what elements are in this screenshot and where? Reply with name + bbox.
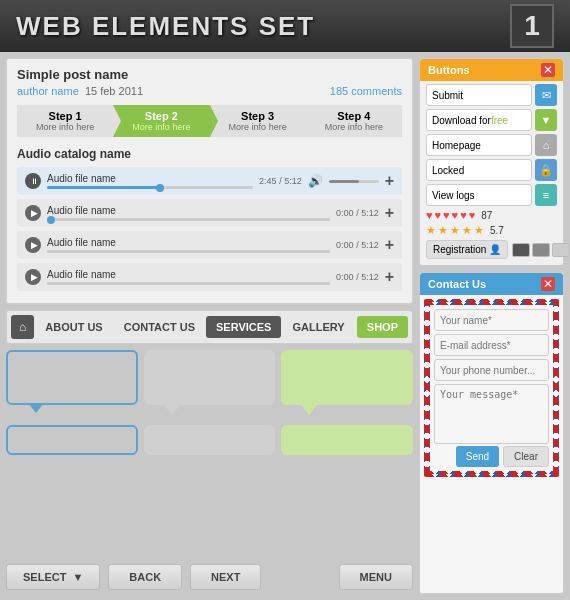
post-author: author name 15 feb 2011 [17,85,143,97]
next-button[interactable]: NEXT [190,564,261,590]
buttons-section-close[interactable]: ✕ [541,63,555,77]
contact-email-input[interactable] [434,334,549,356]
nav-home-button[interactable]: ⌂ [11,315,34,339]
play-button-4[interactable]: ▶ [25,269,41,285]
bubbles-area [6,350,413,554]
download-input[interactable]: Download for free [426,109,532,131]
bubble-col-3 [281,350,413,554]
home-icon[interactable]: ⌂ [535,134,557,156]
nav-shop[interactable]: SHOP [357,316,408,338]
registration-row: Registration 👤 [426,240,557,259]
nav-bar: ⌂ ABOUT US CONTACT US SERVICES GALLERY S… [6,310,413,344]
nav-gallery[interactable]: GALLERY [282,316,354,338]
toggle-dark[interactable] [512,243,530,257]
registration-button[interactable]: Registration 👤 [426,240,508,259]
locked-row: Locked 🔒 [426,159,557,181]
bubble-col-1 [6,350,138,554]
audio-catalog-title: Audio catalog name [17,147,402,161]
airmail-border: Send Clear [424,299,559,477]
nav-about-us[interactable]: ABOUT US [35,316,112,338]
bubble-blue-1 [6,350,138,405]
bottom-buttons-row: SELECT ▼ BACK NEXT MENU [6,560,413,594]
add-button-1[interactable]: + [385,172,394,190]
page-header: WEB ELEMENTS SET 1 [0,0,570,52]
volume-slider[interactable] [329,180,379,183]
contact-form-inner: Send Clear [430,305,553,471]
right-panel: Buttons ✕ Submit ✉ Download for free ▼ H… [419,58,564,594]
nav-services[interactable]: SERVICES [206,316,281,338]
bubble-blue-2 [6,425,138,455]
homepage-input[interactable]: Homepage [426,134,532,156]
viewlogs-input[interactable]: View logs [426,184,532,206]
send-button[interactable]: Send [456,446,499,467]
header-number: 1 [510,4,554,48]
contact-section-wrapper: Contact Us ✕ Send Clear [419,272,564,594]
bubble-col-2 [144,350,276,554]
audio-player-2: ▶ Audio file name 0:00 / 5:12 + [17,199,402,227]
hearts-rating: ♥ ♥ ♥ ♥ ♥ ♥ 87 [426,209,557,221]
post-title: Simple post name [17,67,402,82]
step-2[interactable]: Step 2 More info here [113,105,209,137]
main-layout: Simple post name author name 15 feb 2011… [0,52,570,600]
contact-phone-input[interactable] [434,359,549,381]
buttons-section: Buttons ✕ Submit ✉ Download for free ▼ H… [419,58,564,266]
bubble-gray-1 [144,350,276,405]
audio-player-4: ▶ Audio file name 0:00 / 5:12 + [17,263,402,291]
steps-row: Step 1 More info here Step 2 More info h… [17,105,402,137]
back-button[interactable]: BACK [108,564,182,590]
nav-contact-us[interactable]: CONTACT US [114,316,205,338]
post-meta: author name 15 feb 2011 185 comments [17,85,402,97]
dropdown-arrow-icon: ▼ [72,571,83,583]
toggle-mid[interactable] [532,243,550,257]
bubble-gray-2 [144,425,276,455]
add-button-4[interactable]: + [385,268,394,286]
play-button-3[interactable]: ▶ [25,237,41,253]
locked-input[interactable]: Locked [426,159,532,181]
user-icon: 👤 [489,244,501,255]
toggle-light[interactable] [552,243,570,257]
step-3[interactable]: Step 3 More info here [210,105,306,137]
toggle-group [512,243,570,257]
viewlogs-row: View logs ≡ [426,184,557,206]
audio-info-1: Audio file name [47,173,253,189]
audio-info-3: Audio file name [47,237,330,253]
contact-section-close[interactable]: ✕ [541,277,555,291]
header-title: WEB ELEMENTS SET [16,11,315,42]
logs-icon[interactable]: ≡ [535,184,557,206]
contact-message-input[interactable] [434,384,549,444]
submit-input[interactable]: Submit [426,84,532,106]
pause-button-1[interactable]: ⏸ [25,173,41,189]
clear-button[interactable]: Clear [503,446,549,467]
buttons-section-header: Buttons ✕ [420,59,563,81]
bubble-green-2 [281,425,413,455]
download-icon[interactable]: ▼ [535,109,557,131]
stars-rating: ★ ★ ★ ★ ★ 5.7 [426,224,557,237]
submit-row: Submit ✉ [426,84,557,106]
menu-button[interactable]: MENU [339,564,413,590]
play-button-2[interactable]: ▶ [25,205,41,221]
audio-info-4: Audio file name [47,269,330,285]
add-button-2[interactable]: + [385,204,394,222]
homepage-row: Homepage ⌂ [426,134,557,156]
add-button-3[interactable]: + [385,236,394,254]
submit-icon[interactable]: ✉ [535,84,557,106]
left-panel: Simple post name author name 15 feb 2011… [6,58,413,594]
post-comments: 185 comments [330,85,402,97]
bubble-green-1 [281,350,413,405]
contact-name-input[interactable] [434,309,549,331]
download-row: Download for free ▼ [426,109,557,131]
contact-section-header: Contact Us ✕ [420,273,563,295]
audio-player-1: ⏸ Audio file name 2:45 / 5:12 🔊 + [17,167,402,195]
audio-player-3: ▶ Audio file name 0:00 / 5:12 + [17,231,402,259]
audio-info-2: Audio file name [47,205,330,221]
select-button[interactable]: SELECT ▼ [6,564,100,590]
contact-buttons: Send Clear [434,446,549,467]
step-1[interactable]: Step 1 More info here [17,105,113,137]
lock-icon[interactable]: 🔒 [535,159,557,181]
volume-icon: 🔊 [308,174,323,188]
post-card: Simple post name author name 15 feb 2011… [6,58,413,304]
step-4[interactable]: Step 4 More info here [306,105,402,137]
